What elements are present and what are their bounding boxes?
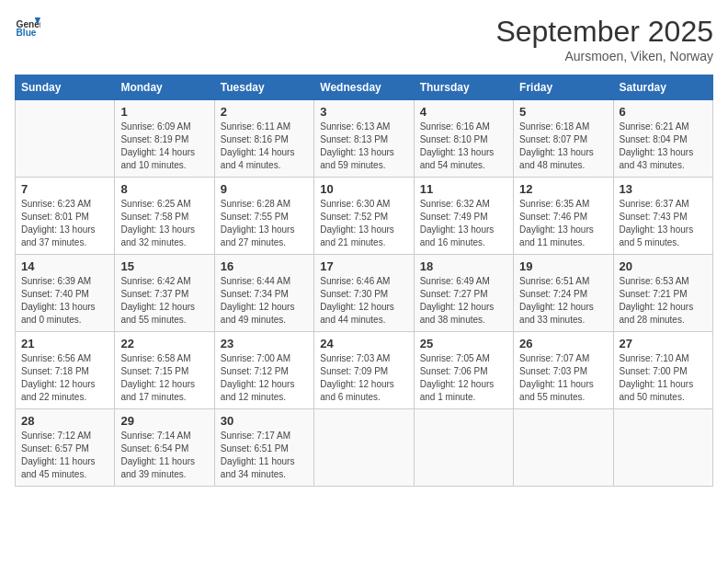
day-number: 29 <box>120 414 208 428</box>
calendar-cell: 20Sunrise: 6:53 AM Sunset: 7:21 PM Dayli… <box>613 255 712 332</box>
calendar-week-5: 28Sunrise: 7:12 AM Sunset: 6:57 PM Dayli… <box>16 409 713 487</box>
calendar-cell: 27Sunrise: 7:10 AM Sunset: 7:00 PM Dayli… <box>613 332 712 409</box>
calendar-cell: 28Sunrise: 7:12 AM Sunset: 6:57 PM Dayli… <box>16 409 115 487</box>
location: Aursmoen, Viken, Norway <box>495 49 713 63</box>
day-info: Sunrise: 6:42 AM Sunset: 7:37 PM Dayligh… <box>120 275 208 327</box>
day-number: 30 <box>221 414 308 428</box>
day-number: 12 <box>519 182 607 196</box>
day-info: Sunrise: 7:03 AM Sunset: 7:09 PM Dayligh… <box>320 352 407 404</box>
day-info: Sunrise: 6:32 AM Sunset: 7:49 PM Dayligh… <box>420 198 507 249</box>
day-number: 6 <box>620 105 707 119</box>
calendar-cell: 21Sunrise: 6:56 AM Sunset: 7:18 PM Dayli… <box>16 332 115 409</box>
day-number: 17 <box>320 259 407 273</box>
day-number: 14 <box>21 259 108 273</box>
day-number: 15 <box>120 259 208 273</box>
day-info: Sunrise: 6:44 AM Sunset: 7:34 PM Dayligh… <box>221 275 308 327</box>
calendar-cell <box>514 409 613 487</box>
calendar-cell: 7Sunrise: 6:23 AM Sunset: 8:01 PM Daylig… <box>16 178 115 255</box>
day-number: 1 <box>120 105 208 119</box>
day-info: Sunrise: 6:28 AM Sunset: 7:55 PM Dayligh… <box>221 198 308 249</box>
calendar-cell: 12Sunrise: 6:35 AM Sunset: 7:46 PM Dayli… <box>514 178 613 255</box>
weekday-header-sunday: Sunday <box>16 75 115 100</box>
calendar-cell: 25Sunrise: 7:05 AM Sunset: 7:06 PM Dayli… <box>414 332 513 409</box>
day-number: 28 <box>21 414 108 428</box>
day-number: 27 <box>620 337 707 350</box>
calendar-cell: 17Sunrise: 6:46 AM Sunset: 7:30 PM Dayli… <box>314 255 414 332</box>
day-info: Sunrise: 6:39 AM Sunset: 7:40 PM Dayligh… <box>21 275 108 327</box>
calendar-cell: 9Sunrise: 6:28 AM Sunset: 7:55 PM Daylig… <box>214 178 313 255</box>
day-info: Sunrise: 6:16 AM Sunset: 8:10 PM Dayligh… <box>420 121 507 172</box>
day-info: Sunrise: 6:53 AM Sunset: 7:21 PM Dayligh… <box>620 275 707 327</box>
calendar-cell: 15Sunrise: 6:42 AM Sunset: 7:37 PM Dayli… <box>115 255 214 332</box>
day-info: Sunrise: 6:13 AM Sunset: 8:13 PM Dayligh… <box>320 121 407 172</box>
calendar-cell: 6Sunrise: 6:21 AM Sunset: 8:04 PM Daylig… <box>613 100 712 178</box>
calendar-cell: 8Sunrise: 6:25 AM Sunset: 7:58 PM Daylig… <box>115 178 214 255</box>
weekday-header-tuesday: Tuesday <box>214 75 313 100</box>
day-info: Sunrise: 7:14 AM Sunset: 6:54 PM Dayligh… <box>120 430 208 481</box>
day-info: Sunrise: 6:30 AM Sunset: 7:52 PM Dayligh… <box>320 198 407 249</box>
day-info: Sunrise: 6:51 AM Sunset: 7:24 PM Dayligh… <box>519 275 607 327</box>
calendar-cell: 26Sunrise: 7:07 AM Sunset: 7:03 PM Dayli… <box>514 332 613 409</box>
day-info: Sunrise: 6:46 AM Sunset: 7:30 PM Dayligh… <box>320 275 407 327</box>
day-info: Sunrise: 7:17 AM Sunset: 6:51 PM Dayligh… <box>221 430 308 481</box>
day-info: Sunrise: 6:09 AM Sunset: 8:19 PM Dayligh… <box>120 121 208 172</box>
day-number: 19 <box>519 259 607 273</box>
weekday-header-wednesday: Wednesday <box>314 75 414 100</box>
day-number: 18 <box>420 259 507 273</box>
day-number: 24 <box>320 337 407 350</box>
day-number: 4 <box>420 105 507 119</box>
calendar-cell: 13Sunrise: 6:37 AM Sunset: 7:43 PM Dayli… <box>613 178 712 255</box>
weekday-header-friday: Friday <box>514 75 613 100</box>
calendar-cell: 16Sunrise: 6:44 AM Sunset: 7:34 PM Dayli… <box>214 255 313 332</box>
calendar-cell: 29Sunrise: 7:14 AM Sunset: 6:54 PM Dayli… <box>115 409 214 487</box>
day-info: Sunrise: 6:25 AM Sunset: 7:58 PM Dayligh… <box>120 198 208 249</box>
day-info: Sunrise: 6:18 AM Sunset: 8:07 PM Dayligh… <box>519 121 607 172</box>
day-info: Sunrise: 7:05 AM Sunset: 7:06 PM Dayligh… <box>420 352 507 404</box>
calendar-table: SundayMondayTuesdayWednesdayThursdayFrid… <box>15 75 713 487</box>
day-info: Sunrise: 7:00 AM Sunset: 7:12 PM Dayligh… <box>221 352 308 404</box>
day-number: 26 <box>519 337 607 350</box>
day-info: Sunrise: 7:07 AM Sunset: 7:03 PM Dayligh… <box>519 352 607 404</box>
calendar-cell: 30Sunrise: 7:17 AM Sunset: 6:51 PM Dayli… <box>214 409 313 487</box>
calendar-cell: 14Sunrise: 6:39 AM Sunset: 7:40 PM Dayli… <box>16 255 115 332</box>
calendar-cell: 19Sunrise: 6:51 AM Sunset: 7:24 PM Dayli… <box>514 255 613 332</box>
day-number: 20 <box>620 259 707 273</box>
day-info: Sunrise: 6:56 AM Sunset: 7:18 PM Dayligh… <box>21 352 108 404</box>
weekday-header-monday: Monday <box>115 75 214 100</box>
day-info: Sunrise: 7:10 AM Sunset: 7:00 PM Dayligh… <box>620 352 707 404</box>
calendar-week-2: 7Sunrise: 6:23 AM Sunset: 8:01 PM Daylig… <box>16 178 713 255</box>
calendar-cell: 24Sunrise: 7:03 AM Sunset: 7:09 PM Dayli… <box>314 332 414 409</box>
calendar-cell <box>314 409 414 487</box>
month-title: September 2025 <box>495 15 713 49</box>
calendar-cell: 1Sunrise: 6:09 AM Sunset: 8:19 PM Daylig… <box>115 100 214 178</box>
day-info: Sunrise: 7:12 AM Sunset: 6:57 PM Dayligh… <box>21 430 108 481</box>
calendar-cell: 4Sunrise: 6:16 AM Sunset: 8:10 PM Daylig… <box>414 100 513 178</box>
calendar-body: 1Sunrise: 6:09 AM Sunset: 8:19 PM Daylig… <box>16 100 713 487</box>
calendar-week-4: 21Sunrise: 6:56 AM Sunset: 7:18 PM Dayli… <box>16 332 713 409</box>
weekday-header-thursday: Thursday <box>414 75 513 100</box>
day-number: 11 <box>420 182 507 196</box>
day-info: Sunrise: 6:37 AM Sunset: 7:43 PM Dayligh… <box>620 198 707 249</box>
day-number: 16 <box>221 259 308 273</box>
day-number: 21 <box>21 337 108 350</box>
day-number: 2 <box>221 105 308 119</box>
calendar-cell: 23Sunrise: 7:00 AM Sunset: 7:12 PM Dayli… <box>214 332 313 409</box>
day-info: Sunrise: 6:58 AM Sunset: 7:15 PM Dayligh… <box>120 352 208 404</box>
day-number: 5 <box>519 105 607 119</box>
title-block: September 2025 Aursmoen, Viken, Norway <box>495 15 713 63</box>
calendar-cell: 18Sunrise: 6:49 AM Sunset: 7:27 PM Dayli… <box>414 255 513 332</box>
day-info: Sunrise: 6:49 AM Sunset: 7:27 PM Dayligh… <box>420 275 507 327</box>
day-number: 3 <box>320 105 407 119</box>
calendar-cell: 3Sunrise: 6:13 AM Sunset: 8:13 PM Daylig… <box>314 100 414 178</box>
page-header: General Blue September 2025 Aursmoen, Vi… <box>15 15 713 63</box>
calendar-cell: 10Sunrise: 6:30 AM Sunset: 7:52 PM Dayli… <box>314 178 414 255</box>
day-number: 25 <box>420 337 507 350</box>
calendar-cell <box>613 409 712 487</box>
day-info: Sunrise: 6:35 AM Sunset: 7:46 PM Dayligh… <box>519 198 607 249</box>
calendar-cell <box>16 100 115 178</box>
calendar-week-1: 1Sunrise: 6:09 AM Sunset: 8:19 PM Daylig… <box>16 100 713 178</box>
weekday-header-saturday: Saturday <box>613 75 712 100</box>
day-number: 10 <box>320 182 407 196</box>
svg-text:Blue: Blue <box>17 28 37 38</box>
calendar-week-3: 14Sunrise: 6:39 AM Sunset: 7:40 PM Dayli… <box>16 255 713 332</box>
